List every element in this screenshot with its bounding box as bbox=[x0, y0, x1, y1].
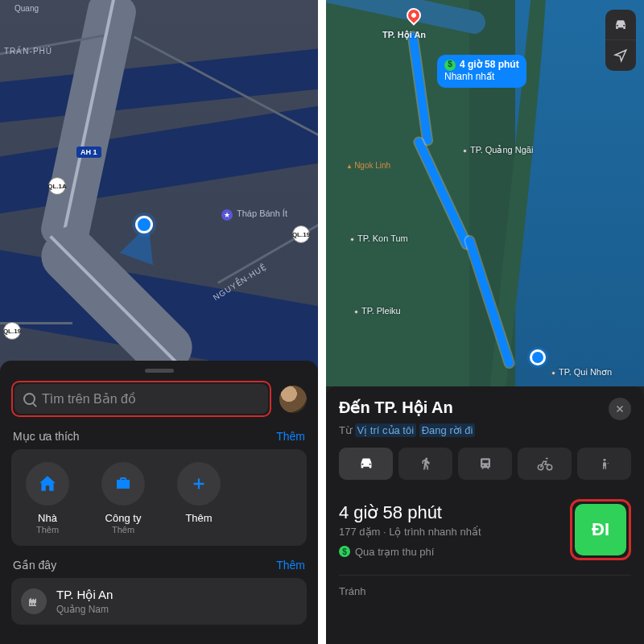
from-row[interactable]: Từ Vị trí của tôi Đang rời đi bbox=[339, 424, 631, 436]
road-shield: QL.1A bbox=[48, 177, 66, 195]
mode-cycle-button[interactable] bbox=[518, 448, 572, 480]
city-label[interactable]: TP. Pleiku bbox=[354, 306, 401, 316]
from-status[interactable]: Đang rời đi bbox=[419, 423, 476, 437]
briefcase-icon bbox=[101, 462, 145, 506]
city-label[interactable]: TP. Hội An bbox=[382, 30, 426, 40]
favorites-card: Nhà Thêm Công ty Thêm Thêm bbox=[11, 449, 307, 546]
recent-more-button[interactable]: Thêm bbox=[276, 559, 305, 572]
go-button[interactable]: ĐI bbox=[575, 504, 626, 555]
user-location-icon bbox=[135, 216, 153, 233]
eta-time: 4 giờ 58 phút bbox=[460, 59, 519, 71]
eta-tag: Nhanh nhất bbox=[444, 71, 519, 83]
search-icon bbox=[23, 393, 35, 405]
city-label[interactable]: TP. Quảng Ngãi bbox=[463, 145, 533, 155]
map-label: TRẦN-PHÚ bbox=[4, 47, 52, 56]
road-shield: QL.19 bbox=[292, 225, 310, 243]
mode-transit-button[interactable] bbox=[458, 448, 512, 480]
route-duration: 4 giờ 58 phút bbox=[339, 502, 481, 523]
svg-point-3 bbox=[603, 459, 605, 461]
map-label: Quang bbox=[14, 4, 39, 13]
phone-left: Quang TRẦN-PHÚ AH 1 QL.1A QL.19 QL.19 NG… bbox=[0, 0, 318, 644]
search-input[interactable]: Tìm trên Bản đồ bbox=[14, 384, 268, 414]
mode-drive-button[interactable] bbox=[339, 448, 393, 480]
home-icon bbox=[26, 462, 69, 506]
sheet-grabber[interactable] bbox=[145, 369, 174, 373]
locate-me-button[interactable] bbox=[605, 40, 636, 71]
favorite-sublabel: Thêm bbox=[36, 525, 59, 535]
favorites-more-button[interactable]: Thêm bbox=[276, 430, 305, 443]
city-icon bbox=[21, 588, 47, 614]
map-view[interactable]: Quang TRẦN-PHÚ AH 1 QL.1A QL.19 QL.19 NG… bbox=[0, 0, 318, 370]
city-label[interactable]: TP. Qui Nhơn bbox=[551, 367, 612, 378]
route-eta-bubble[interactable]: $4 giờ 58 phút Nhanh nhất bbox=[437, 55, 526, 88]
favorite-label: Nhà bbox=[38, 512, 57, 524]
recent-heading: Gần đây bbox=[13, 559, 56, 572]
svg-point-2 bbox=[547, 464, 551, 469]
favorite-sublabel: Thêm bbox=[112, 525, 134, 535]
phone-right: TP. Hội An $4 giờ 58 phút Nhanh nhất TP.… bbox=[326, 0, 644, 644]
map-controls bbox=[605, 10, 636, 71]
favorites-heading: Mục ưa thích bbox=[13, 430, 80, 443]
favorite-label: Thêm bbox=[185, 512, 212, 524]
route-line bbox=[408, 32, 431, 145]
mode-rideshare-button[interactable] bbox=[577, 448, 631, 480]
search-placeholder: Tìm trên Bản đồ bbox=[42, 391, 136, 407]
highlight-annotation: ĐI bbox=[570, 499, 631, 560]
recent-title: TP. Hội An bbox=[56, 588, 113, 602]
profile-avatar[interactable] bbox=[279, 386, 307, 413]
toll-badge-icon: $ bbox=[444, 60, 456, 71]
driving-mode-button[interactable] bbox=[605, 10, 636, 40]
favorite-work[interactable]: Công ty Thêm bbox=[97, 462, 150, 535]
toll-info: $ Qua trạm thu phí bbox=[339, 546, 481, 558]
recent-item[interactable]: TP. Hội An Quảng Nam bbox=[11, 578, 307, 625]
plus-icon bbox=[177, 462, 221, 506]
recent-subtitle: Quảng Nam bbox=[56, 604, 113, 615]
bottom-sheet: Tìm trên Bản đồ Mục ưa thích Thêm Nhà Th… bbox=[0, 361, 318, 644]
poi-label[interactable]: Tháp Bánh Ít bbox=[237, 208, 287, 218]
favorite-home[interactable]: Nhà Thêm bbox=[21, 462, 74, 535]
map-route-view[interactable]: TP. Hội An $4 giờ 58 phút Nhanh nhất TP.… bbox=[326, 0, 644, 386]
close-button[interactable] bbox=[609, 398, 631, 420]
svg-point-1 bbox=[538, 464, 543, 469]
user-location-icon bbox=[530, 349, 546, 365]
avoid-options[interactable]: Tránh bbox=[339, 575, 631, 597]
poi-star-icon[interactable]: ★ bbox=[221, 209, 233, 221]
destination-title: Đến TP. Hội An bbox=[339, 398, 453, 417]
road-shield: QL.19 bbox=[3, 322, 21, 340]
mountain-label: Ngok Linh bbox=[346, 161, 390, 170]
city-label[interactable]: TP. Kon Tum bbox=[350, 233, 408, 243]
highlight-annotation: Tìm trên Bản đồ bbox=[11, 381, 271, 417]
favorite-add[interactable]: Thêm bbox=[172, 462, 225, 535]
favorite-label: Công ty bbox=[105, 512, 142, 524]
from-location[interactable]: Vị trí của tôi bbox=[355, 423, 417, 437]
directions-sheet: Đến TP. Hội An Từ Vị trí của tôi Đang rờ… bbox=[326, 386, 644, 644]
road-shield: AH 1 bbox=[76, 147, 101, 158]
transport-mode-row bbox=[339, 448, 631, 480]
mode-walk-button[interactable] bbox=[398, 448, 452, 480]
toll-badge-icon: $ bbox=[339, 546, 350, 557]
route-distance: 177 dặm · Lộ trình nhanh nhất bbox=[339, 526, 481, 538]
